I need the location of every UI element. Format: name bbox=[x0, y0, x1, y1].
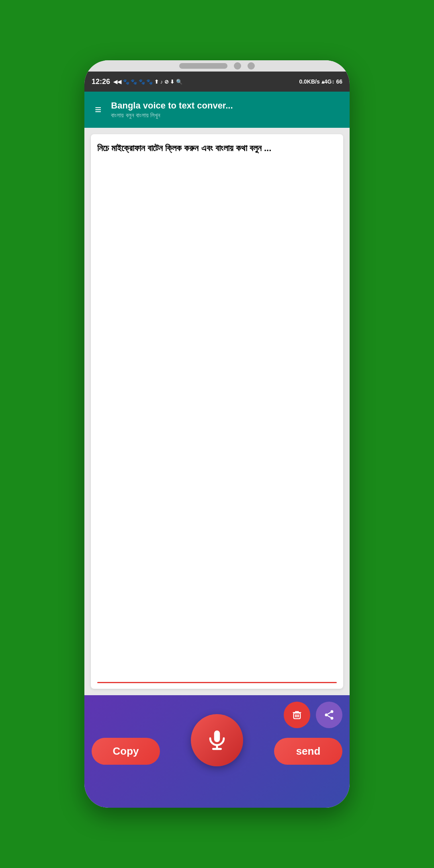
send-button[interactable]: send bbox=[274, 738, 342, 765]
bottom-bar: Copy send bbox=[84, 695, 350, 808]
toolbar-title-area: Bangla voice to text conver... বাংলায় ব… bbox=[111, 100, 342, 119]
phone-top-bar bbox=[84, 60, 350, 72]
status-left: 12:26 ◀◀ 🐾 🐾 🐾 🐾 ⬆ ♪ ⊘ ⬇ 🔍 bbox=[92, 78, 182, 86]
network-speed: 0.0KB/s bbox=[299, 78, 319, 85]
svg-rect-10 bbox=[214, 731, 220, 742]
text-input-area[interactable]: নিচে মাইক্রোফান বাটেন ক্লিক করুন এবং বাং… bbox=[91, 134, 343, 689]
share-icon bbox=[323, 709, 335, 721]
svg-point-5 bbox=[331, 710, 334, 713]
menu-button[interactable]: ≡ bbox=[92, 102, 104, 117]
send-label: send bbox=[296, 745, 321, 757]
hamburger-icon: ≡ bbox=[95, 103, 101, 116]
text-underline bbox=[97, 682, 337, 683]
main-content: নিচে মাইক্রোফান বাটেন ক্লিক করুন এবং বাং… bbox=[84, 128, 350, 695]
phone-camera bbox=[234, 62, 241, 70]
phone-pill bbox=[179, 63, 227, 69]
app-subtitle: বাংলায় বলুন বাংলায় লিখুন bbox=[111, 112, 342, 119]
status-icons: ◀◀ 🐾 🐾 🐾 🐾 ⬆ ♪ ⊘ ⬇ 🔍 bbox=[113, 79, 182, 85]
app-toolbar: ≡ Bangla voice to text conver... বাংলায়… bbox=[84, 92, 350, 128]
svg-point-6 bbox=[325, 714, 328, 717]
delete-icon bbox=[291, 709, 303, 721]
bottom-buttons-row: Copy send bbox=[92, 734, 342, 774]
svg-line-9 bbox=[328, 712, 331, 714]
signal-icon: ▴4G↕ bbox=[321, 78, 335, 85]
status-right: 0.0KB/s ▴4G↕ 66 bbox=[299, 78, 342, 85]
status-bar: 12:26 ◀◀ 🐾 🐾 🐾 🐾 ⬆ ♪ ⊘ ⬇ 🔍 0.0KB/s ▴4G↕ … bbox=[84, 72, 350, 92]
svg-point-7 bbox=[331, 717, 334, 720]
copy-button[interactable]: Copy bbox=[92, 738, 160, 765]
app-title: Bangla voice to text conver... bbox=[111, 100, 342, 111]
phone-speaker bbox=[248, 62, 255, 70]
share-button[interactable] bbox=[316, 702, 342, 728]
delete-button[interactable] bbox=[284, 702, 310, 728]
mic-icon bbox=[205, 729, 229, 752]
svg-line-8 bbox=[328, 716, 331, 718]
status-time: 12:26 bbox=[92, 78, 110, 86]
battery-level: 66 bbox=[336, 78, 342, 85]
mic-button[interactable] bbox=[191, 714, 243, 766]
copy-label: Copy bbox=[113, 745, 139, 757]
recognized-text: নিচে মাইক্রোফান বাটেন ক্লিক করুন এবং বাং… bbox=[97, 141, 337, 678]
phone-frame: 12:26 ◀◀ 🐾 🐾 🐾 🐾 ⬆ ♪ ⊘ ⬇ 🔍 0.0KB/s ▴4G↕ … bbox=[84, 60, 350, 808]
